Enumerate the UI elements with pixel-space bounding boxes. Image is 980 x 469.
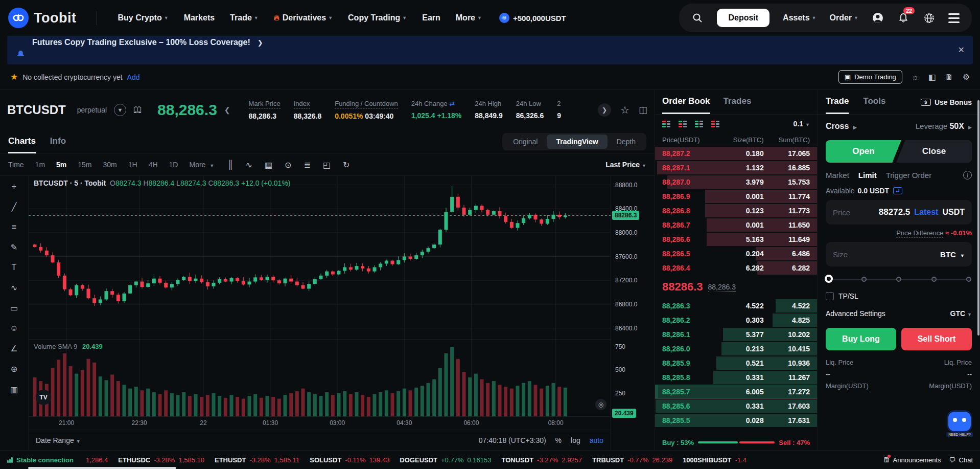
- mode-depth[interactable]: Depth: [608, 135, 645, 149]
- snapshot-camera-icon[interactable]: ⊙: [285, 160, 291, 170]
- nav-item-buy-crypto[interactable]: Buy Crypto▼: [118, 13, 168, 23]
- last-price-selector[interactable]: Last Price▼: [605, 161, 646, 169]
- time-in-force-selector[interactable]: GTC▼: [950, 309, 972, 318]
- slider-dot-50[interactable]: [896, 277, 901, 282]
- bid-row[interactable]: 88,286.20.3034.825: [655, 313, 817, 327]
- tick-size-selector[interactable]: 0.1▼: [794, 120, 810, 128]
- add-favorite-link[interactable]: Add: [127, 73, 140, 81]
- ask-row[interactable]: 88,286.80.12311.773: [655, 204, 817, 218]
- percent-scale-button[interactable]: %: [555, 436, 562, 444]
- search-icon[interactable]: [691, 12, 704, 24]
- emoji-tool-icon[interactable]: ☺: [8, 324, 21, 333]
- chat-link[interactable]: 🗩 Chat: [949, 456, 973, 464]
- nav-item-markets[interactable]: Markets: [184, 13, 215, 23]
- ask-row[interactable]: 88,286.46.2826.282: [655, 261, 817, 275]
- bid-row[interactable]: 88,285.50.02817.631: [655, 413, 817, 428]
- stats-scroll-right-icon[interactable]: ❯: [598, 103, 611, 117]
- mode-original[interactable]: Original: [504, 135, 547, 149]
- tab-trade[interactable]: Trade: [826, 90, 849, 114]
- tab-trades[interactable]: Trades: [724, 90, 752, 114]
- nav-item-derivatives[interactable]: 🔥︎Derivatives▼: [274, 13, 333, 23]
- use-bonus-button[interactable]: $ Use Bonus: [921, 98, 972, 106]
- latest-price-link[interactable]: Latest: [914, 208, 938, 217]
- transfer-icon[interactable]: ⇄: [893, 187, 902, 194]
- trendline-tool-icon[interactable]: ╱: [8, 202, 21, 212]
- tab-tools[interactable]: Tools: [863, 90, 885, 114]
- profile-avatar-icon[interactable]: [872, 12, 884, 24]
- advanced-settings-label[interactable]: Advanced Settings: [826, 309, 885, 318]
- size-input[interactable]: Size BTC ▼: [826, 242, 972, 266]
- order-type-limit[interactable]: Limit: [858, 171, 877, 180]
- ticker-item-1000shibusdt[interactable]: 1000SHIBUSDT-1.4: [683, 456, 746, 464]
- leverage-selector[interactable]: Leverage 50X ▶: [916, 122, 972, 131]
- orderbook-toggle-icon[interactable]: ◫: [639, 104, 647, 116]
- reset-chart-icon[interactable]: ↻: [343, 160, 349, 170]
- bid-row[interactable]: 88,286.15.37710.202: [655, 327, 817, 342]
- timeframe-1h[interactable]: 1H: [128, 161, 137, 169]
- demo-trading-button[interactable]: ▣ Demo Trading: [838, 70, 902, 84]
- fib-lines-tool-icon[interactable]: ≡: [8, 222, 21, 232]
- ask-row[interactable]: 88,287.20.18017.065: [655, 146, 817, 161]
- orderbook-view-asks-icon[interactable]: [679, 121, 687, 127]
- favorite-toggle-icon[interactable]: ☆: [620, 104, 629, 116]
- announcements-link[interactable]: 🖺 Announcements: [883, 456, 941, 464]
- toobit-logo[interactable]: Toobit: [8, 8, 76, 28]
- ask-row[interactable]: 88,286.90.00111.774: [655, 189, 817, 204]
- zoom-tool-icon[interactable]: ⊕: [8, 364, 21, 374]
- bid-row[interactable]: 88,285.76.00517.272: [655, 385, 817, 399]
- ticker-item-dogeusdt[interactable]: DOGEUSDT+0.77%0.16153: [400, 456, 491, 464]
- mode-tradingview[interactable]: TradingView: [547, 135, 607, 149]
- notifications-bell-icon[interactable]: 22: [897, 12, 909, 24]
- ticker-item-tonusdt[interactable]: TONUSDT-3.27%2.9257: [501, 456, 582, 464]
- order-type-market[interactable]: Market: [826, 171, 849, 180]
- tpsl-checkbox[interactable]: [826, 292, 834, 300]
- candle-style-icon[interactable]: ║: [227, 160, 233, 169]
- tradingview-logo[interactable]: TV: [36, 390, 51, 405]
- horizontal-scrollbar[interactable]: [28, 467, 176, 469]
- bid-row[interactable]: 88,286.34.5224.522: [655, 299, 817, 313]
- timeframe-4h[interactable]: 4H: [149, 161, 158, 169]
- timeframe-30m[interactable]: 30m: [103, 161, 117, 169]
- menu-hamburger-icon[interactable]: [948, 13, 960, 23]
- orderbook-view-cumulative-icon[interactable]: [711, 121, 719, 127]
- close-tab-button[interactable]: Close: [896, 140, 972, 163]
- slider-dot-0[interactable]: [825, 275, 833, 283]
- help-mascot[interactable]: NEED HELP?: [946, 412, 973, 437]
- text-tool-icon[interactable]: T: [8, 263, 21, 272]
- vertical-scrollbar[interactable]: [977, 100, 979, 336]
- ask-row[interactable]: 88,286.50.2046.486: [655, 247, 817, 261]
- brush-tool-icon[interactable]: ✎: [8, 242, 21, 252]
- ticker-item-ethusdt[interactable]: ETHUSDT-3.28%1,585.11: [215, 456, 299, 464]
- order-panel-icon[interactable]: ≣: [304, 160, 310, 170]
- swap-unit-icon[interactable]: ⇄: [448, 100, 455, 107]
- ticker-item-ethusdc[interactable]: ETHUSDC-3.28%1,585.10: [118, 456, 204, 464]
- nav-assets[interactable]: Assets▼: [783, 13, 816, 23]
- tab-charts[interactable]: Charts: [8, 130, 36, 153]
- log-scale-button[interactable]: log: [571, 436, 580, 444]
- nav-item-copy-trading[interactable]: Copy Trading▼: [348, 13, 407, 23]
- orderbook-view-both-icon[interactable]: [662, 121, 670, 127]
- deposit-button[interactable]: Deposit: [717, 9, 769, 27]
- timeframe-5m[interactable]: 5m: [56, 161, 66, 169]
- slider-dot-25[interactable]: [861, 277, 867, 282]
- symbol-dropdown-icon[interactable]: ▼: [114, 104, 126, 116]
- size-slider[interactable]: [829, 275, 969, 284]
- bid-row[interactable]: 88,285.90.52110.936: [655, 356, 817, 370]
- buy-long-button[interactable]: Buy Long: [826, 328, 896, 350]
- date-range-selector[interactable]: Date Range▼: [36, 436, 81, 444]
- settings-gear-icon[interactable]: ⚙: [963, 72, 970, 82]
- timeframe-1m[interactable]: 1m: [35, 161, 45, 169]
- banner-close-icon[interactable]: ✕: [958, 45, 965, 55]
- nav-item-trade[interactable]: Trade▼: [230, 13, 259, 23]
- layout-grid-icon[interactable]: ▦: [265, 160, 272, 170]
- ask-row[interactable]: 88,287.11.13216.885: [655, 161, 817, 175]
- bid-row[interactable]: 88,285.60.33117.603: [655, 399, 817, 413]
- candlestick-chart[interactable]: BTCUSDT · 5 · Toobit O88274.3 H88286.4 L…: [29, 176, 611, 416]
- tab-order-book[interactable]: Order Book: [662, 90, 710, 114]
- pattern-tool-icon[interactable]: ∿: [8, 283, 21, 293]
- auto-scale-button[interactable]: auto: [590, 436, 603, 444]
- crosshair-tool-icon[interactable]: +: [8, 182, 21, 191]
- fullscreen-icon[interactable]: ◰: [323, 160, 331, 170]
- ask-row[interactable]: 88,287.03.97915.753: [655, 175, 817, 189]
- contract-info-icon[interactable]: 🕮: [133, 105, 142, 115]
